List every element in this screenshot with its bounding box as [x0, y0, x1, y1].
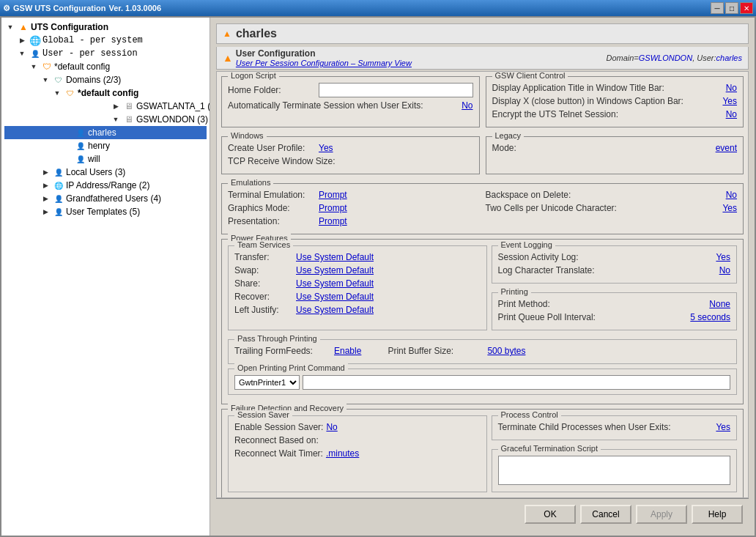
config-subtitle: User Per Session Configuration – Summary… [236, 59, 412, 67]
graceful-script-input[interactable] [498, 456, 731, 485]
encrypt-value[interactable]: No [726, 109, 737, 119]
session-saver-label: Session Saver [234, 410, 292, 419]
content-area: Logon Script Home Folder: Automatically … [216, 71, 749, 498]
config-warning-icon: ▲ [223, 52, 233, 64]
share-value[interactable]: Use System Default [296, 278, 374, 289]
tree-root[interactable]: ▼ ▲ UTS Configuration [4, 21, 207, 34]
domain-info: Domain=GSWLONDON, User:charles [606, 53, 742, 62]
gswatlanta-label: GSWATLANTA_1 (0) [136, 101, 210, 111]
presentation-value[interactable]: Prompt [319, 216, 347, 226]
default-sub-expand-icon: ▼ [51, 87, 63, 99]
sidebar-item-ip-range[interactable]: ▶ 🌐 IP Address/Range (2) [40, 179, 207, 192]
terminate-value[interactable]: Yes [716, 422, 730, 432]
printing-label: Printing [498, 287, 531, 296]
display-x-value[interactable]: Yes [722, 96, 737, 106]
templates-expand-icon: ▶ [40, 206, 51, 218]
ip-range-expand-icon: ▶ [40, 179, 51, 191]
buffer-value[interactable]: 500 bytes [487, 346, 525, 356]
process-control-label: Process Control [498, 410, 561, 419]
user-label: , User: [692, 53, 716, 62]
root-label: UTS Configuration [31, 22, 108, 32]
mode-value[interactable]: event [716, 143, 737, 153]
two-cells-value[interactable]: Yes [722, 203, 737, 213]
default-sub-label: *default config [78, 88, 138, 98]
minimize-button[interactable]: ─ [711, 2, 724, 14]
presentation-label: Presentation: [228, 216, 316, 226]
sidebar-item-global[interactable]: ▶ 🌐 Global - per system [16, 34, 207, 47]
swap-label: Swap: [234, 265, 293, 275]
mode-label: Mode: [492, 143, 713, 153]
gswlondon-expand-icon: ▼ [110, 114, 122, 125]
local-users-expand-icon: ▶ [40, 166, 51, 178]
sidebar-item-default-config-sub[interactable]: ▼ 🛡 *default config [51, 86, 207, 100]
config-header: ▲ User Configuration User Per Session Co… [216, 47, 749, 70]
transfer-label: Transfer: [234, 252, 293, 262]
display-title-value[interactable]: No [726, 83, 737, 93]
sidebar-item-charles[interactable]: 👤 charles [4, 126, 207, 139]
left-justify-value[interactable]: Use System Default [296, 305, 374, 315]
pass-through-section: Pass Through Printing Trailing FormFeeds… [228, 339, 737, 364]
transfer-value[interactable]: Use System Default [296, 252, 374, 262]
windows-section: Windows Create User Profile: Yes TCP Rec… [221, 136, 480, 174]
app-version: Ver. 1.03.0006 [108, 4, 161, 12]
create-profile-value[interactable]: Yes [319, 143, 333, 153]
open-printing-command-input[interactable] [303, 375, 730, 390]
print-method-value[interactable]: None [709, 299, 730, 309]
global-label: Global - per system [42, 35, 143, 45]
poll-value[interactable]: 5 seconds [690, 312, 730, 322]
sidebar-item-gswlondon[interactable]: ▼ 🖥 GSWLONDON (3) [51, 113, 207, 126]
windows-label: Windows [228, 131, 267, 140]
backspace-value[interactable]: No [726, 190, 737, 200]
session-log-label: Session Activity Log: [498, 252, 714, 262]
sidebar-item-henry[interactable]: 👤 henry [4, 139, 207, 152]
sidebar-item-user[interactable]: ▼ 👤 User - per session [16, 47, 207, 60]
team-services-section: Team Services Transfer: Use System Defau… [228, 245, 487, 330]
open-printing-dropdown[interactable]: GwtnPrinter1 [234, 375, 300, 390]
domains-label: Domains (2/3) [66, 75, 121, 85]
gswatlanta-server-icon: 🖥 [123, 100, 135, 112]
sidebar-item-gswatlanta[interactable]: ▶ 🖥 GSWATLANTA_1 (0) [51, 100, 207, 113]
auto-terminate-value[interactable]: No [462, 100, 472, 111]
grandfathered-expand-icon: ▶ [40, 193, 51, 204]
sidebar-item-default-config[interactable]: ▼ 🛡 *default config [28, 60, 207, 73]
swap-value[interactable]: Use System Default [296, 265, 374, 275]
maximize-button[interactable]: □ [725, 2, 738, 14]
recover-value[interactable]: Use System Default [296, 292, 374, 302]
charles-icon: 👤 [75, 127, 86, 138]
title-bar: ⚙ GSW UTS Configuration Ver. 1.03.0006 ─… [0, 0, 756, 16]
sidebar-item-will[interactable]: 👤 will [4, 152, 207, 166]
backspace-label: Backspace on Delete: [486, 190, 723, 200]
left-justify-label: Left Justify: [234, 305, 293, 315]
help-button[interactable]: Help [692, 505, 743, 524]
default-sub-icon: 🛡 [64, 87, 76, 99]
power-features-section: Power Features Team Services Transfer: U… [221, 239, 744, 404]
enable-saver-value[interactable]: No [326, 422, 337, 432]
user-header-name: charles [236, 27, 277, 40]
config-title-text: User Configuration [236, 48, 412, 59]
trailing-label: Trailing FormFeeds: [234, 346, 322, 356]
close-button[interactable]: ✕ [740, 2, 753, 14]
display-x-label: Display X (close button) in Windows Capt… [492, 96, 720, 106]
log-char-value[interactable]: No [719, 265, 730, 275]
sidebar-item-grandfathered[interactable]: ▶ 👤 Grandfathered Users (4) [40, 192, 207, 205]
home-folder-input[interactable] [319, 83, 473, 97]
sidebar-item-domains[interactable]: ▼ 🛡 Domains (2/3) [40, 73, 207, 86]
apply-button[interactable]: Apply [636, 505, 687, 524]
terminal-value[interactable]: Prompt [319, 190, 347, 200]
ok-button[interactable]: OK [525, 505, 576, 524]
two-cells-label: Two Cells per Unicode Character: [486, 203, 720, 213]
user-header-icon: ▲ [223, 29, 231, 39]
emulations-label: Emulations [228, 178, 273, 187]
cancel-button[interactable]: Cancel [580, 505, 631, 524]
session-log-value[interactable]: Yes [716, 252, 730, 262]
log-char-label: Log Character Translate: [498, 265, 716, 275]
timer-value[interactable]: .minutes [326, 448, 359, 459]
legacy-label: Legacy [492, 131, 524, 140]
display-title-label: Display Application Title in Window Titl… [492, 83, 723, 93]
graphics-value[interactable]: Prompt [319, 203, 347, 213]
sidebar-item-local-users[interactable]: ▶ 👤 Local Users (3) [40, 166, 207, 179]
root-expand-icon: ▼ [4, 21, 16, 33]
trailing-value[interactable]: Enable [334, 346, 361, 356]
gsw-client-label: GSW Client Control [492, 71, 568, 80]
sidebar-item-templates[interactable]: ▶ 👤 User Templates (5) [40, 205, 207, 218]
